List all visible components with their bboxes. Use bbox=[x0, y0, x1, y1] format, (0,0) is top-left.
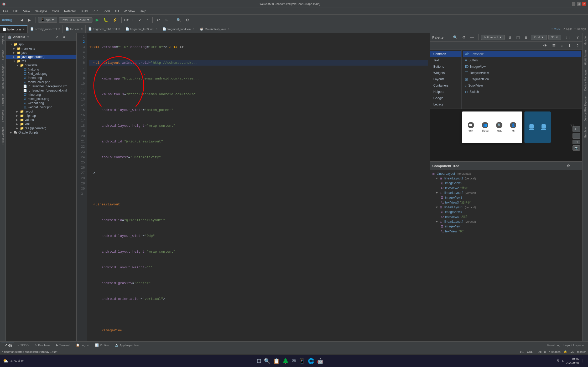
device-manager-label[interactable]: Device Manager bbox=[583, 68, 588, 93]
close-tab-7-icon[interactable]: × bbox=[228, 28, 229, 30]
help-icon[interactable]: ? bbox=[575, 34, 580, 40]
tree-item-mine-color-png[interactable]: 🖼 mine_color.png bbox=[6, 97, 76, 101]
bottom-tab-app-inspection[interactable]: 🔬 App Inspection bbox=[112, 343, 141, 347]
palette-settings-icon[interactable]: ⚙ bbox=[461, 34, 467, 40]
menu-item-help[interactable]: Help bbox=[138, 9, 148, 14]
search-icon[interactable]: 🔍 bbox=[175, 17, 183, 23]
close-button[interactable]: ✕ bbox=[582, 2, 586, 6]
tree-item-layout[interactable]: ▶ 📁 layout bbox=[6, 109, 76, 114]
comp-item-linearlayout1[interactable]: ▼ ⊟ linearLayout1 (vertical) bbox=[430, 176, 582, 181]
taskbar-android-icon[interactable]: 📱 bbox=[299, 358, 305, 364]
comp-item-linearlayout3[interactable]: ▼ ⊟ linearLayout3 (vertical) bbox=[430, 205, 582, 210]
sync-icon[interactable]: ⟳ bbox=[54, 34, 60, 40]
emulator-label[interactable]: Emulator bbox=[583, 124, 588, 140]
screenshot-button[interactable]: 📷 bbox=[573, 145, 580, 151]
palette-item-scrollview[interactable]: ↕ ScrollView bbox=[463, 82, 581, 89]
taskbar-tree-icon[interactable]: 🌲 bbox=[282, 358, 289, 364]
device-select-button[interactable]: Pixel 3a XL API 30 ▼ bbox=[59, 17, 92, 23]
close-tab-icon[interactable]: × bbox=[23, 28, 25, 31]
menu-item-edit[interactable]: Edit bbox=[11, 9, 20, 14]
resource-manager-side-label[interactable]: Resource Manager bbox=[1, 62, 5, 91]
comp-item-linearlayout4[interactable]: ▼ ⊟ linearLayout4 (vertical) bbox=[430, 219, 582, 224]
tree-item-ic-launcher-bg[interactable]: 📄 ic_launcher_background.xm... bbox=[6, 84, 76, 88]
tree-item-ic-launcher-fg[interactable]: 📄 ic_launcher_foreground.xml bbox=[6, 88, 76, 93]
palette-close-icon[interactable]: — bbox=[469, 34, 476, 40]
run-button[interactable]: ▶ bbox=[94, 16, 100, 23]
undo-button[interactable]: ↩ bbox=[155, 17, 162, 23]
comp-tree-close-icon[interactable]: — bbox=[573, 163, 580, 169]
palette-cat-helpers[interactable]: Helpers bbox=[430, 89, 461, 95]
palette-cat-widgets[interactable]: Widgets bbox=[430, 70, 461, 76]
tab-bottom-xml[interactable]: 📄 bottom.xml × bbox=[0, 25, 28, 33]
tab-fragment-tab1[interactable]: 📄 fragment_tab1.xml × bbox=[86, 25, 123, 33]
palette-cat-buttons[interactable]: Buttons bbox=[430, 63, 461, 70]
close-tab-4-icon[interactable]: × bbox=[118, 28, 120, 30]
fit-to-window-button[interactable]: 1:1 bbox=[573, 140, 580, 144]
comp-item-textview2[interactable]: Ab textView2 "微信" bbox=[430, 185, 582, 190]
palette-mode-icon1[interactable]: 🖥 bbox=[506, 34, 513, 40]
tree-item-friend-color-png[interactable]: 🖼 friend_color.png bbox=[6, 80, 76, 84]
tree-item-java[interactable]: ▶ 📁 java bbox=[6, 51, 76, 55]
palette-file-dropdown[interactable]: bottom.xml ▼ bbox=[481, 35, 505, 40]
input-lang-indicator[interactable]: 英 bbox=[557, 359, 560, 363]
build-variants-side-label[interactable]: Build Variants bbox=[1, 125, 5, 147]
comp-tree-settings-icon[interactable]: ⚙ bbox=[565, 163, 572, 169]
run-config-button[interactable]: 📱 app ▼ bbox=[38, 17, 57, 23]
tree-item-xml[interactable]: ▶ 📁 xml bbox=[6, 122, 76, 126]
project-side-label[interactable]: Project bbox=[1, 34, 5, 47]
palette-cat-layouts[interactable]: Layouts bbox=[430, 76, 461, 82]
menu-item-window[interactable]: Window bbox=[122, 9, 137, 14]
close-panel-icon[interactable]: — bbox=[68, 34, 74, 40]
start-button[interactable]: ⊞ bbox=[257, 358, 261, 364]
code-content[interactable]: <?xml version="1.0" encoding="utf-8"?> ⚠… bbox=[87, 33, 430, 341]
show-desktop-icon[interactable]: ▏ bbox=[581, 359, 585, 363]
close-tab-2-icon[interactable]: × bbox=[58, 28, 60, 30]
bottom-tab-logcat[interactable]: 📋 Logcat bbox=[73, 343, 92, 347]
code-view-button[interactable]: ≡ Code bbox=[551, 28, 561, 31]
redo-button[interactable]: ↪ bbox=[163, 17, 169, 23]
branch-name[interactable]: master bbox=[577, 350, 586, 353]
tree-item-res-generated[interactable]: ▶ 📁 res (generated) bbox=[6, 126, 76, 130]
close-tab-6-icon[interactable]: × bbox=[193, 28, 195, 30]
bottom-tab-terminal[interactable]: ▶ Terminal bbox=[54, 343, 73, 347]
menu-item-tools[interactable]: Tools bbox=[101, 9, 112, 14]
structure-side-label[interactable]: Structure bbox=[1, 92, 5, 108]
minimize-button[interactable]: — bbox=[572, 2, 575, 6]
palette-cat-common[interactable]: Common bbox=[430, 51, 461, 57]
taskbar-apps-icon[interactable]: 📋 bbox=[273, 358, 280, 364]
tree-item-find-color-png[interactable]: 🖼 find_color.png bbox=[6, 72, 76, 76]
palette-cat-legacy[interactable]: Legacy bbox=[430, 101, 461, 108]
profile-button[interactable]: ⚡ bbox=[111, 17, 119, 23]
event-log-button[interactable]: Event Log bbox=[547, 344, 560, 347]
menu-item-view[interactable]: View bbox=[21, 9, 32, 14]
device-pixel-dropdown[interactable]: Pixel ▼ bbox=[531, 35, 547, 40]
bottom-tab-problems[interactable]: ⚠ Problems bbox=[32, 343, 53, 347]
menu-item-run[interactable]: Run bbox=[90, 9, 100, 14]
git-commit-button[interactable]: ✓ bbox=[137, 17, 143, 23]
menu-item-code[interactable]: Code bbox=[50, 9, 61, 14]
palette-mode-icon2[interactable]: ◫ bbox=[515, 34, 521, 40]
settings-icon-2[interactable]: ⚙ bbox=[61, 34, 67, 40]
taskbar-mail-icon[interactable]: ✉ bbox=[292, 358, 296, 364]
split-view-button[interactable]: ⧩ Split bbox=[563, 27, 571, 31]
list-view-icon[interactable]: ☰ bbox=[551, 42, 557, 49]
comp-item-imageview4[interactable]: 🖼 imageView4 bbox=[430, 210, 582, 214]
palette-question-icon[interactable]: ? bbox=[575, 42, 580, 49]
layout-inspector-button[interactable]: Layout Inspector bbox=[564, 344, 585, 347]
tree-item-values[interactable]: ▶ 📁 values bbox=[6, 118, 76, 122]
bottom-tab-profiler[interactable]: 📊 Profiler bbox=[92, 343, 112, 347]
tab-activity-main-xml[interactable]: 📄 activity_main.xml × bbox=[28, 25, 63, 33]
comp-item-textview3[interactable]: Ab textView3 "通讯录" bbox=[430, 200, 582, 205]
palette-cat-google[interactable]: Google bbox=[430, 95, 461, 101]
palette-cat-containers[interactable]: Containers bbox=[430, 82, 461, 89]
zoom-dropdown[interactable]: 33 ▼ bbox=[548, 35, 561, 40]
bottom-tab-todo[interactable]: ≡ TODO bbox=[15, 343, 31, 347]
palette-item-fragmentcon[interactable]: ⊞ FragmentCon... bbox=[463, 76, 581, 82]
palette-mode-icon3[interactable]: ⊞ bbox=[523, 34, 529, 40]
tab-fragment-tab4[interactable]: 📄 fragment_tab4.xml × bbox=[160, 25, 197, 33]
close-tab-3-icon[interactable]: × bbox=[81, 28, 83, 30]
tree-item-find-png[interactable]: 🖼 find.png bbox=[6, 67, 76, 72]
taskbar-studio-icon[interactable]: 🤖 bbox=[317, 358, 324, 364]
menu-item-navigate[interactable]: Navigate bbox=[33, 9, 49, 14]
tab-fragment-tab3[interactable]: 📄 fragment_tab3.xml × bbox=[123, 25, 160, 33]
